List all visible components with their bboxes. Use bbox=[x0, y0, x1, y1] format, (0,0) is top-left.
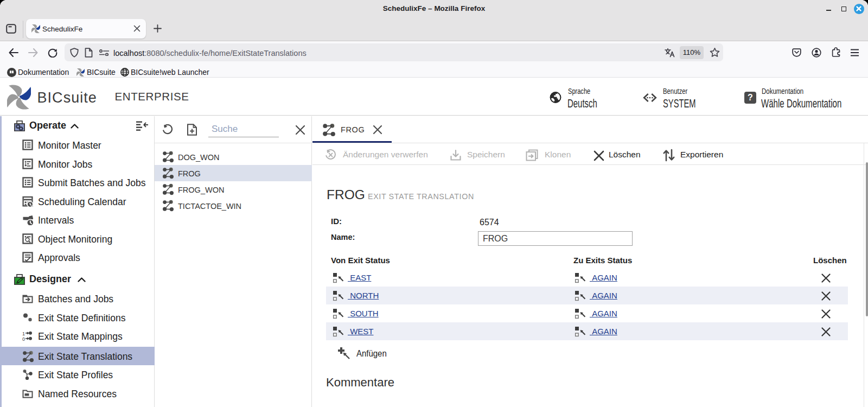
svg-text:0: 0 bbox=[22, 336, 25, 342]
svg-text:1: 1 bbox=[22, 331, 25, 336]
